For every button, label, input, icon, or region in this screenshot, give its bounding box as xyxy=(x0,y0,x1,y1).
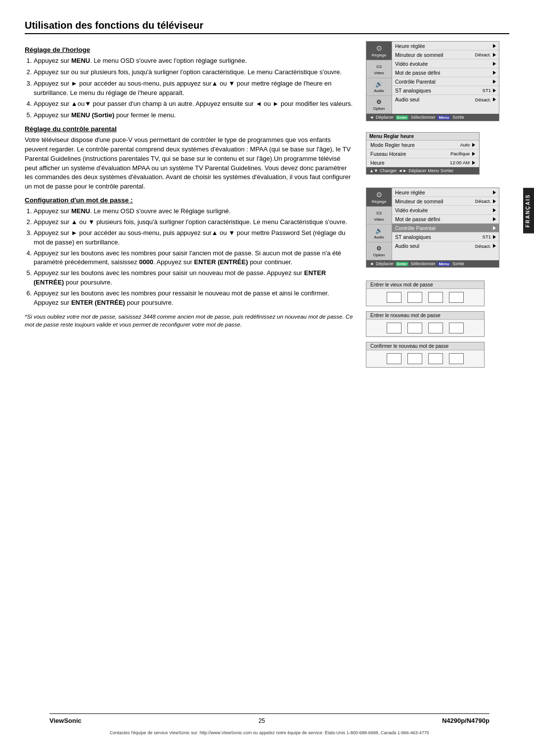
submenu-row: Fuseau Horaire Pacifique xyxy=(366,149,479,158)
password-box-new: Entrer le nouveau mot de passe xyxy=(366,311,485,337)
arrow-right-icon xyxy=(493,80,496,84)
arrow-right-icon xyxy=(493,235,496,239)
footer-sortier-label: Sortier xyxy=(441,168,454,173)
footer-selectionner-label: Sélectionner xyxy=(410,261,435,266)
sidebar-item-option-1[interactable]: ⚙ Option xyxy=(366,96,392,114)
sidebar-label-video-1: Video xyxy=(374,71,384,75)
arrow-right-icon xyxy=(493,217,496,221)
submenu-regler-heure: Menu Reglar heure Mode Regler heure Auto… xyxy=(366,132,480,175)
reglage-horloge-steps: Appuyez sur MENU. Le menu OSD s'ouvre av… xyxy=(25,56,354,120)
row-label: Heure réglée xyxy=(395,189,492,195)
row-label: Minuteur de sommeil xyxy=(395,198,475,204)
row-value xyxy=(492,71,496,75)
row-value-highlighted xyxy=(492,226,496,230)
sidebar-item-reglage-1[interactable]: ⊙ Réglage xyxy=(366,42,392,60)
row-value: ST1 xyxy=(483,234,496,239)
arrow-right-icon xyxy=(493,208,496,212)
row-value: Désact. xyxy=(475,198,496,204)
arrow-right-icon xyxy=(472,152,475,156)
pass-field[interactable] xyxy=(387,323,401,333)
sidebar-label-option-1: Option xyxy=(373,106,385,111)
up-down-arrow-icon: ▲▼ xyxy=(369,168,378,173)
list-item: Appuyez sur ▲ ou ▼ plusieurs fois, jusqu… xyxy=(34,218,354,227)
sidebar-label-audio-1: Audio xyxy=(374,89,384,93)
footer-page-number: 25 xyxy=(259,717,265,724)
pass-field[interactable] xyxy=(407,323,422,333)
row-value xyxy=(492,44,496,48)
pass-field[interactable] xyxy=(449,353,464,364)
option-icon-1: ⚙ xyxy=(376,98,382,105)
submenu-row-label: Mode Regler heure xyxy=(370,142,415,148)
password-box-old: Entrer le vieux mot de passe xyxy=(366,281,485,306)
pass-field[interactable] xyxy=(449,323,464,333)
row-value: Désact. xyxy=(475,97,496,102)
reglage-icon-2: ⊙ xyxy=(376,190,382,198)
footer-sortie-label: Sortie xyxy=(452,115,464,120)
osd-row: Mot de passe défini xyxy=(392,215,499,224)
row-label: Heure réglée xyxy=(395,43,492,49)
pass-title-new: Entrer le nouveau mot de passe xyxy=(366,312,484,320)
sidebar-item-option-2[interactable]: ⚙ Option xyxy=(366,242,392,260)
osd-row: ST analogiques ST1 xyxy=(392,233,499,241)
arrow-right-icon xyxy=(493,190,496,194)
sidebar-item-video-2[interactable]: ▭ Video xyxy=(366,207,392,225)
row-label: Audio seul xyxy=(395,243,475,249)
row-value: Désact. xyxy=(475,52,496,57)
footer-deplacer-label: Déplacer xyxy=(376,261,394,266)
row-label: Contrôle Parental xyxy=(395,79,492,85)
osd-row: Heure réglée xyxy=(392,188,499,197)
row-label: ST analogiques xyxy=(395,234,483,240)
pass-field[interactable] xyxy=(428,323,443,333)
pass-title-old: Entrer le vieux mot de passe xyxy=(366,281,484,289)
osd-row: Contrôle Parental xyxy=(392,224,499,233)
sidebar-label-reglage-2: Réglage xyxy=(372,199,387,204)
section-config-password-title: Configuration d'un mot de passe : xyxy=(25,196,354,204)
footer-model: N4290p/N4790p xyxy=(442,717,490,724)
pass-field[interactable] xyxy=(428,292,443,303)
submenu-row-value: Pacifique xyxy=(450,151,475,156)
row-value xyxy=(492,208,496,212)
pass-field[interactable] xyxy=(449,292,464,303)
footer-deplacer-label: Déplacer xyxy=(376,115,394,120)
osd-row: Heure réglée xyxy=(392,42,499,50)
sidebar-item-reglage-2[interactable]: ⊙ Réglage xyxy=(366,188,392,207)
osd-row: Contrôle Parental xyxy=(392,77,499,86)
sidebar-item-audio-2[interactable]: 🔊 Audio xyxy=(366,225,392,242)
submenu-row: Mode Regler heure Auto xyxy=(366,141,479,149)
audio-icon-1: 🔊 xyxy=(375,81,383,88)
pass-field[interactable] xyxy=(387,292,401,303)
pass-field[interactable] xyxy=(407,353,422,364)
menu-btn: Menu xyxy=(428,168,439,173)
sidebar-item-video-1[interactable]: ▭ Video xyxy=(366,60,392,78)
arrow-right-icon xyxy=(493,97,496,101)
osd-row: Minuteur de sommeil Désact. xyxy=(392,197,499,206)
password-section: Entrer le vieux mot de passe Entrer le n… xyxy=(366,281,509,373)
osd-menu-1: ⊙ Réglage ▭ Video 🔊 Audio ⚙ xyxy=(366,41,499,121)
osd-row: Vidéo évoluée xyxy=(392,206,499,215)
config-password-steps: Appuyez sur MENU. Le menu OSD s'ouvre av… xyxy=(25,207,354,307)
osd-row: Mot de passe défini xyxy=(392,68,499,77)
submenu-footer: ▲▼ Changer ◄► Déplacer Menu Sortier xyxy=(366,167,479,174)
osd-sidebar-1: ⊙ Réglage ▭ Video 🔊 Audio ⚙ xyxy=(366,42,392,114)
footer-arrow-icon: ◄ xyxy=(369,115,374,120)
sidebar-label-video-2: Video xyxy=(374,217,384,222)
sidebar-label-option-2: Option xyxy=(373,253,385,257)
password-note: *Si vous oubliez votre mot de passe, sai… xyxy=(25,313,354,329)
submenu-row-label: Heure xyxy=(370,160,385,166)
footer-brand: ViewSonic xyxy=(49,717,82,724)
pass-fields-new xyxy=(366,320,484,336)
pass-field[interactable] xyxy=(387,353,401,364)
pass-field[interactable] xyxy=(407,292,422,303)
row-value xyxy=(492,190,496,194)
osd-row: Vidéo évoluée xyxy=(392,59,499,68)
row-label: Vidéo évoluée xyxy=(395,207,492,213)
sidebar-item-audio-1[interactable]: 🔊 Audio xyxy=(366,78,392,96)
pass-fields-old xyxy=(366,289,484,306)
submenu-row-value: 12:00 AM xyxy=(450,160,475,165)
pass-field[interactable] xyxy=(428,353,443,364)
row-label: Minuteur de sommeil xyxy=(395,52,475,58)
video-icon-1: ▭ xyxy=(376,63,382,70)
menu-button-label: Menu xyxy=(437,262,450,266)
arrow-right-icon xyxy=(493,62,496,66)
enter-button-label: Enter xyxy=(396,262,408,266)
